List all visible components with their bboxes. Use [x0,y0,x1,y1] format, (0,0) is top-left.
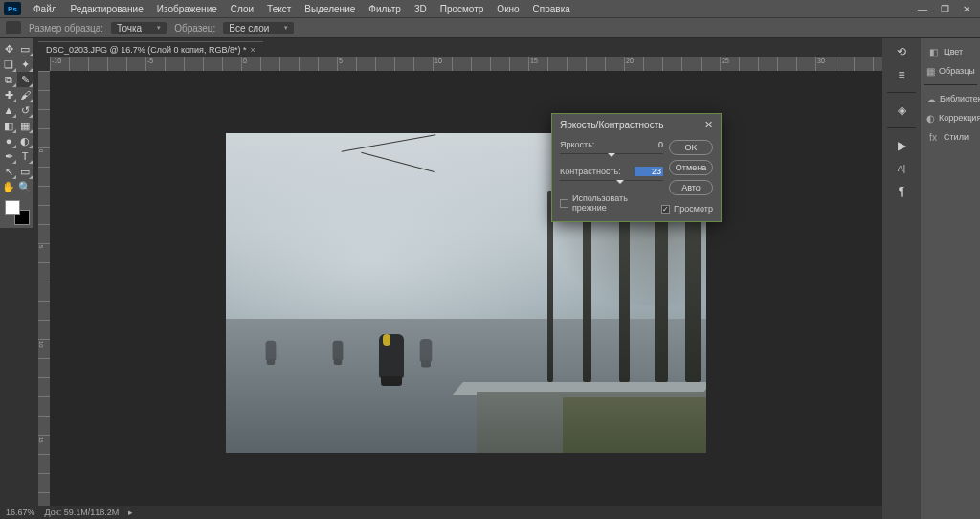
styles-icon: fx [926,131,940,143]
gradient-tool[interactable]: ▦ [17,118,33,133]
zoom-tool[interactable]: 🔍 [17,179,33,194]
document-tabbar: DSC_0203.JPG @ 16.7% (Слой 0 копия, RGB/… [0,38,980,57]
brightness-label: Яркость: [560,140,594,149]
sample-label: Образец: [174,23,215,34]
color-swatches[interactable] [5,200,30,225]
char-icon[interactable]: A| [893,161,910,176]
brush-tool[interactable]: 🖌 [17,87,33,102]
doc-size: Док: 59.1M/118.2M [45,508,120,517]
foreground-color[interactable] [5,200,20,215]
menu-select[interactable]: Выделение [298,2,362,16]
wand-tool[interactable]: ✦ [17,56,33,72]
crop-tool[interactable]: ⧉ [1,72,16,87]
brightness-slider[interactable] [560,153,663,161]
sample-select[interactable]: Все слои [223,22,294,34]
color-icon: ◧ [926,46,940,57]
sample-size-label: Размер образца: [29,23,103,34]
ok-button[interactable]: OK [669,140,713,155]
layers-icon[interactable]: ◈ [893,102,910,118]
eyedropper-icon[interactable] [6,21,21,34]
panel-libraries[interactable]: ☁Библиотеки [921,89,980,108]
history-icon[interactable]: ⟲ [893,44,910,59]
menu-file[interactable]: Файл [27,2,64,16]
blur-tool[interactable]: ● [1,133,16,148]
swatches-icon: ▦ [926,65,935,77]
properties-icon[interactable]: ≡ [893,67,910,82]
lasso-tool[interactable]: ❏ [1,56,16,72]
move-tool[interactable]: ✥ [1,41,16,56]
vertical-ruler[interactable]: 051015202530354045505560 [38,71,50,506]
menu-window[interactable]: Окно [490,2,525,16]
menu-help[interactable]: Справка [526,2,577,16]
menubar: Ps Файл Редактирование Изображение Слои … [0,0,980,17]
marquee-tool[interactable]: ▭ [17,41,33,56]
eraser-tool[interactable]: ◧ [1,118,16,133]
dialog-close-icon[interactable]: ✕ [704,119,713,131]
window-controls: — ❐ ✕ [918,4,980,14]
adjustments-icon: ◐ [926,112,935,124]
menu-3d[interactable]: 3D [408,2,434,16]
menu-text[interactable]: Текст [260,2,298,16]
libraries-icon: ☁ [926,93,936,104]
panel-adjustments[interactable]: ◐Коррекция [921,108,980,127]
contrast-slider[interactable] [560,180,663,188]
stamp-tool[interactable]: ▲ [1,102,16,118]
document-tab-title: DSC_0203.JPG @ 16.7% (Слой 0 копия, RGB/… [46,45,246,55]
preview-checkbox[interactable]: Просмотр [669,204,713,214]
paragraph-icon[interactable]: ¶ [893,184,910,199]
dodge-tool[interactable]: ◐ [17,133,33,148]
cancel-button[interactable]: Отмена [669,160,713,175]
menu-view[interactable]: Просмотр [434,2,491,16]
play-icon[interactable]: ▶ [893,138,910,153]
shape-tool[interactable]: ▭ [17,164,33,179]
menu-layers[interactable]: Слои [224,2,260,16]
panel-styles[interactable]: fxСтили [921,127,980,147]
eyedropper-tool[interactable]: ✎ [17,72,33,87]
menu-filter[interactable]: Фильтр [362,2,408,16]
hand-tool[interactable]: ✋ [1,179,16,194]
close-icon[interactable]: ✕ [963,4,970,14]
auto-button[interactable]: Авто [669,180,713,195]
panel-swatches[interactable]: ▦Образцы [921,61,980,80]
status-bar: 16.67% Док: 59.1M/118.2M ▸ [0,506,882,519]
tab-close-icon[interactable]: × [250,45,255,55]
pen-tool[interactable]: ✒ [1,148,16,164]
sample-size-select[interactable]: Точка [111,22,167,34]
dialog-titlebar[interactable]: Яркость/Контрастность ✕ [552,114,721,136]
contrast-field[interactable]: 23 [635,167,663,176]
brightness-field[interactable]: 0 [635,140,663,149]
tools-panel: ✥▭ ❏✦ ⧉✎ ✚🖌 ▲↺ ◧▦ ●◐ ✒T ↖▭ ✋🔍 [0,38,33,228]
options-bar: Размер образца: Точка Образец: Все слои [0,17,980,38]
app-logo: Ps [4,2,21,15]
menu-edit[interactable]: Редактирование [64,2,150,16]
right-panels: ◧Цвет ▦Образцы ☁Библиотеки ◐Коррекция fx… [921,38,980,519]
contrast-label: Контрастность: [560,167,621,176]
horizontal-ruler[interactable]: -10-505101520253035404550556065707580859… [50,57,882,71]
path-tool[interactable]: ↖ [1,164,16,179]
history-brush-tool[interactable]: ↺ [17,102,33,118]
use-legacy-checkbox[interactable]: Использовать прежние [560,193,663,213]
right-strip: ⟲ ≡ ◈ ▶ A| ¶ [882,38,921,519]
minimize-icon[interactable]: — [918,4,927,14]
menu-image[interactable]: Изображение [150,2,224,16]
zoom-level[interactable]: 16.67% [6,508,35,517]
type-tool[interactable]: T [17,148,33,164]
dialog-title: Яркость/Контрастность [560,120,663,130]
canvas-area[interactable] [50,71,882,506]
doc-info-chevron-icon[interactable]: ▸ [128,508,133,517]
restore-icon[interactable]: ❐ [941,4,949,14]
brightness-contrast-dialog: Яркость/Контрастность ✕ Яркость: 0 Контр… [551,113,722,222]
document-tab[interactable]: DSC_0203.JPG @ 16.7% (Слой 0 копия, RGB/… [38,41,263,57]
panel-color[interactable]: ◧Цвет [921,42,980,61]
heal-tool[interactable]: ✚ [1,87,16,102]
